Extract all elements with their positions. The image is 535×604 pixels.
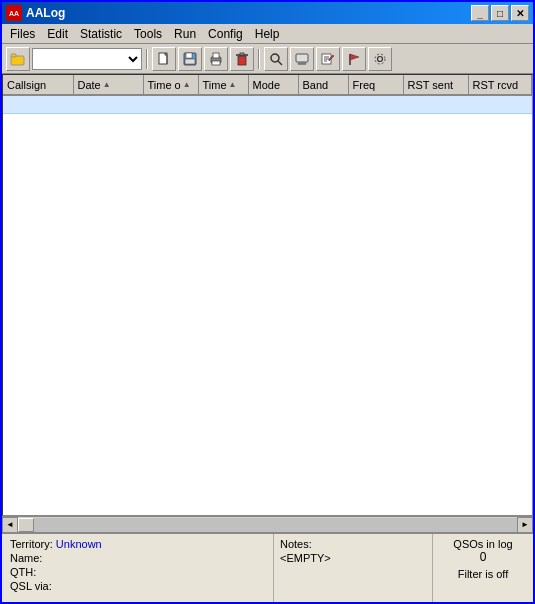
date-sort-arrow: ▲ [103,80,111,89]
col-band[interactable]: Band [298,75,348,95]
territory-value: Unknown [56,538,102,550]
svg-point-27 [375,54,385,64]
svg-rect-7 [185,59,195,64]
app-icon: AA [6,5,22,21]
qth-label: QTH: [10,566,36,578]
svg-rect-1 [11,54,16,57]
toolbar-separator-2 [258,49,260,69]
minimize-button[interactable]: _ [471,5,489,21]
svg-rect-17 [299,62,305,63]
name-row: Name: [10,552,265,564]
horizontal-scrollbar: ◄ ► [2,516,533,532]
toolbar [2,44,533,74]
scroll-left-button[interactable]: ◄ [2,517,18,533]
territory-row: Territory: Unknown [10,538,265,550]
scroll-right-button[interactable]: ► [517,517,533,533]
time-on-sort-arrow: ▲ [229,80,237,89]
menu-edit[interactable]: Edit [41,25,74,43]
toolbar-delete-button[interactable] [230,47,254,71]
qso-count-panel: QSOs in log 0 Filter is off [433,534,533,602]
data-table-container: Callsign Date ▲ Time o ▲ [2,74,533,516]
toolbar-monitor-button[interactable] [290,47,314,71]
notes-panel: Notes: <EMPTY> [273,534,433,602]
toolbar-separator-1 [146,49,148,69]
svg-rect-16 [296,54,308,62]
notes-label: Notes: [280,538,426,550]
svg-rect-6 [186,53,192,58]
col-date[interactable]: Date ▲ [73,75,143,95]
svg-marker-25 [350,54,359,60]
maximize-button[interactable]: □ [491,5,509,21]
menu-statistic[interactable]: Statistic [74,25,128,43]
callsign-combo[interactable] [32,48,142,70]
toolbar-settings-button[interactable] [368,47,392,71]
svg-rect-18 [298,63,306,65]
menu-bar: Files Edit Statistic Tools Run Config He… [2,24,533,44]
toolbar-flag-button[interactable] [342,47,366,71]
toolbar-find-button[interactable] [264,47,288,71]
menu-tools[interactable]: Tools [128,25,168,43]
toolbar-edit2-button[interactable] [316,47,340,71]
menu-files[interactable]: Files [4,25,41,43]
name-label: Name: [10,552,42,564]
qso-count-label: QSOs in log [453,538,512,550]
station-info-panel: Territory: Unknown Name: QTH: QSL via: [2,534,273,602]
col-freq[interactable]: Freq [348,75,403,95]
toolbar-new-button[interactable] [152,47,176,71]
scroll-track[interactable] [18,518,517,532]
territory-label: Territory: [10,538,53,550]
highlight-row [3,95,532,113]
svg-line-15 [278,61,282,65]
menu-config[interactable]: Config [202,25,249,43]
qso-count-value: 0 [480,550,487,564]
toolbar-print-button[interactable] [204,47,228,71]
qsl-row: QSL via: [10,580,265,592]
qsl-label: QSL via: [10,580,52,592]
col-mode[interactable]: Mode [248,75,298,95]
scroll-thumb[interactable] [18,518,34,532]
col-time-on[interactable]: Time ▲ [198,75,248,95]
log-table: Callsign Date ▲ Time o ▲ [3,75,532,114]
menu-help[interactable]: Help [249,25,286,43]
svg-rect-9 [213,53,219,58]
title-bar: AA AALog _ □ ✕ [2,2,533,24]
col-time-off[interactable]: Time o ▲ [143,75,198,95]
svg-point-26 [378,56,383,61]
svg-rect-11 [238,56,246,65]
svg-rect-10 [212,61,220,65]
app-icon-text: AA [9,10,19,17]
time-off-sort-arrow: ▲ [183,80,191,89]
window-controls: _ □ ✕ [471,5,529,21]
svg-rect-13 [240,53,244,55]
col-rst-rcvd[interactable]: RST rcvd [468,75,532,95]
table-body [3,95,532,113]
col-rst-sent[interactable]: RST sent [403,75,468,95]
filter-status-label: Filter is off [458,568,509,580]
toolbar-save-button[interactable] [178,47,202,71]
qth-row: QTH: [10,566,265,578]
col-callsign[interactable]: Callsign [3,75,73,95]
main-window: AA AALog _ □ ✕ Files Edit Statistic Tool… [0,0,535,604]
menu-run[interactable]: Run [168,25,202,43]
close-button[interactable]: ✕ [511,5,529,21]
notes-value: <EMPTY> [280,552,426,564]
toolbar-open-button[interactable] [6,47,30,71]
bottom-panel: Territory: Unknown Name: QTH: QSL via: N… [2,532,533,602]
svg-point-14 [271,54,279,62]
window-title: AALog [26,6,471,20]
